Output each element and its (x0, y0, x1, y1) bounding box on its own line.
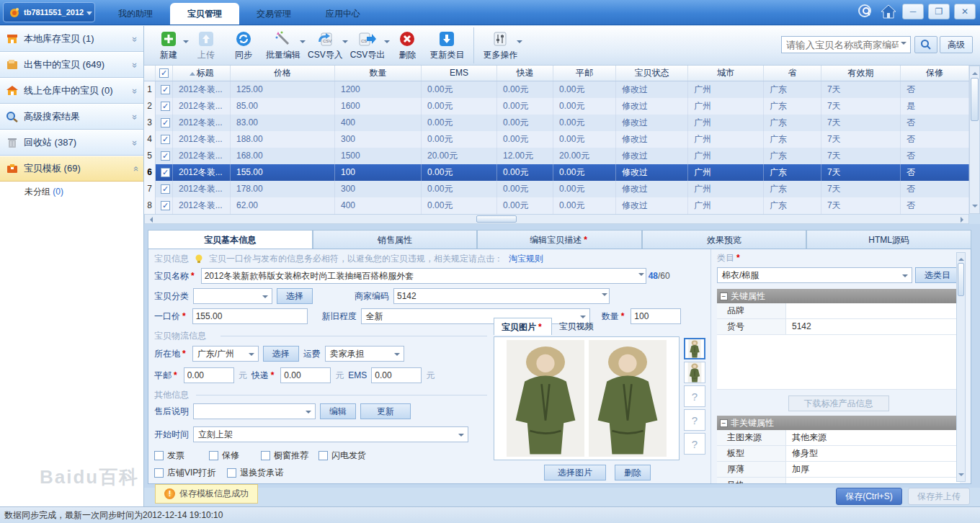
table-row-selected[interactable]: 6✓2012冬装...155.001000.00元0.00元0.00元修改过广州… (144, 164, 969, 181)
attributes-scrollbar[interactable] (956, 252, 966, 482)
account-button[interactable]: tb7811551_2012 (3, 2, 95, 22)
tab-basic-info[interactable]: 宝贝基本信息 (148, 230, 313, 249)
chevron-down-icon[interactable]: » (130, 62, 141, 67)
column-province[interactable]: 省 (764, 66, 821, 81)
key-attributes-header[interactable]: −关键属性 (717, 289, 960, 303)
tab-edit-description[interactable]: 编辑宝贝描述 (477, 230, 642, 249)
column-validity[interactable]: 有效期 (821, 66, 901, 81)
maximize-button[interactable]: ❐ (928, 4, 950, 19)
tab-trade-management[interactable]: 交易管理 (239, 3, 308, 24)
tab-item-video[interactable]: 宝贝视频 (552, 318, 601, 335)
row-checkbox[interactable]: ✓ (156, 98, 173, 115)
nonkey-attributes-header[interactable]: −非关键属性 (717, 416, 960, 430)
table-row[interactable]: 7✓2012冬装...178.003000.00元0.00元0.00元修改过广州… (144, 181, 969, 197)
close-button[interactable]: ✕ (954, 4, 976, 19)
search-button[interactable] (914, 36, 937, 53)
express-input[interactable] (280, 367, 331, 383)
delete-button[interactable]: 删除 (388, 27, 426, 63)
feedback-icon[interactable] (856, 3, 875, 20)
table-row[interactable]: 4✓2012冬装...188.003000.00元0.00元0.00元修改过广州… (144, 131, 969, 148)
row-checkbox[interactable]: ✓ (156, 81, 173, 98)
return-promise-checkbox[interactable] (227, 468, 236, 478)
image-placeholder[interactable]: ? (684, 409, 705, 431)
image-thumbnail[interactable] (684, 362, 705, 383)
table-row[interactable]: 5✓2012冬装...168.00150020.00元12.00元20.00元修… (144, 148, 969, 164)
sidebar-subitem-ungrouped[interactable]: 未分组 (0) (0, 182, 143, 202)
item-class-dropdown[interactable] (193, 288, 272, 304)
row-checkbox[interactable]: ✓ (156, 115, 173, 131)
image-preview-area[interactable] (494, 336, 680, 460)
tab-item-management[interactable]: 宝贝管理 (170, 3, 239, 24)
attr-row-brand[interactable]: 品牌 (717, 303, 960, 319)
column-surface-mail[interactable]: 平邮 (553, 66, 616, 81)
aftersale-dropdown[interactable] (193, 403, 316, 419)
tab-app-center[interactable]: 应用中心 (308, 3, 378, 24)
collapse-icon[interactable]: − (720, 292, 728, 300)
scrollbar-thumb[interactable] (476, 215, 517, 223)
row-checkbox[interactable]: ✓ (156, 131, 173, 148)
image-placeholder[interactable]: ? (684, 433, 705, 455)
choose-class-button[interactable]: 选择 (277, 288, 313, 304)
upload-button[interactable]: 上传 (187, 27, 225, 63)
category-dropdown[interactable]: 棉衣/棉服 (717, 267, 912, 283)
scrollbar-thumb[interactable] (971, 78, 979, 121)
sync-button[interactable]: 同步 (225, 27, 262, 63)
tab-sales-attributes[interactable]: 销售属性 (313, 230, 478, 249)
attr-row-fit-type[interactable]: 板型修身型 (717, 446, 960, 462)
chevron-down-icon[interactable]: » (130, 88, 141, 93)
fast-shipping-checkbox[interactable] (318, 451, 328, 460)
choose-location-button[interactable]: 选择 (263, 346, 299, 362)
select-image-button[interactable]: 选择图片 (544, 465, 606, 480)
freight-dropdown[interactable]: 卖家承担 (325, 346, 404, 362)
horizontal-scrollbar[interactable] (144, 214, 969, 224)
warranty-checkbox[interactable] (209, 451, 218, 460)
image-placeholder[interactable]: ? (684, 385, 705, 407)
scroll-down-icon[interactable] (972, 205, 978, 210)
table-row[interactable]: 2✓2012冬装...85.0016000.00元0.00元0.00元修改过广州… (144, 98, 969, 115)
scroll-up-icon[interactable] (972, 69, 978, 75)
tab-preview[interactable]: 效果预览 (642, 230, 807, 249)
update-category-button[interactable]: 更新类目 (426, 27, 468, 63)
chevron-down-icon[interactable]: » (130, 114, 141, 119)
tab-item-images[interactable]: 宝贝图片 (494, 318, 552, 335)
scroll-left-icon[interactable] (147, 217, 153, 223)
more-actions-button[interactable]: 更多操作 (473, 27, 521, 63)
csv-import-button[interactable]: CSV CSV导入 (304, 27, 347, 63)
update-button[interactable]: 更新 (360, 403, 411, 419)
scroll-right-icon[interactable] (961, 217, 966, 223)
location-dropdown[interactable]: 广东/广州 (192, 346, 259, 362)
batch-edit-button[interactable]: 批量编辑 (262, 27, 304, 63)
csv-export-button[interactable]: CS CSV导出 (347, 27, 389, 63)
price-input[interactable] (192, 308, 308, 324)
scroll-up-icon[interactable] (958, 255, 964, 261)
save-button[interactable]: 保存(Ctrl+S) (836, 488, 902, 505)
new-button[interactable]: 新建 (150, 27, 187, 63)
edit-button[interactable]: 编辑 (320, 403, 356, 419)
sidebar-item-advanced-search-results[interactable]: 高级搜索结果» (0, 104, 143, 130)
row-checkbox[interactable]: ✓ (156, 148, 173, 164)
table-row[interactable]: 1✓2012冬装...125.0012000.00元0.00元0.00元修改过广… (144, 81, 969, 98)
scroll-down-icon[interactable] (958, 473, 964, 479)
attr-row-thickness[interactable]: 厚薄加厚 (717, 462, 960, 478)
item-name-input[interactable] (201, 268, 646, 284)
table-row[interactable]: 8✓2012冬装...62.004000.00元0.00元0.00元修改过广州广… (144, 197, 969, 214)
chevron-down-icon[interactable]: » (130, 140, 141, 145)
column-ems[interactable]: EMS (422, 66, 497, 81)
invoice-checkbox[interactable] (154, 451, 164, 460)
dropdown-arrow-icon[interactable] (517, 40, 522, 46)
tab-my-assistant[interactable]: 我的助理 (101, 3, 170, 24)
tab-html-source[interactable]: HTML源码 (806, 230, 971, 249)
vertical-scrollbar[interactable] (969, 66, 980, 214)
column-item-status[interactable]: 宝贝状态 (616, 66, 688, 81)
column-city[interactable]: 城市 (688, 66, 764, 81)
advanced-search-button[interactable]: 高级 (940, 36, 973, 53)
sidebar-item-on-sale[interactable]: 出售中的宝贝 (649)» (0, 52, 143, 78)
shop-vip-discount-checkbox[interactable] (154, 468, 164, 478)
table-row[interactable]: 3✓2012冬装...83.004000.00元0.00元0.00元修改过广州广… (144, 115, 969, 131)
collapse-icon[interactable]: − (720, 419, 728, 427)
window-recommend-checkbox[interactable] (261, 451, 270, 460)
column-quantity[interactable]: 数量 (335, 66, 422, 81)
home-icon[interactable] (879, 3, 898, 20)
column-express[interactable]: 快递 (497, 66, 553, 81)
search-dropdown-arrow-icon[interactable] (901, 42, 906, 48)
